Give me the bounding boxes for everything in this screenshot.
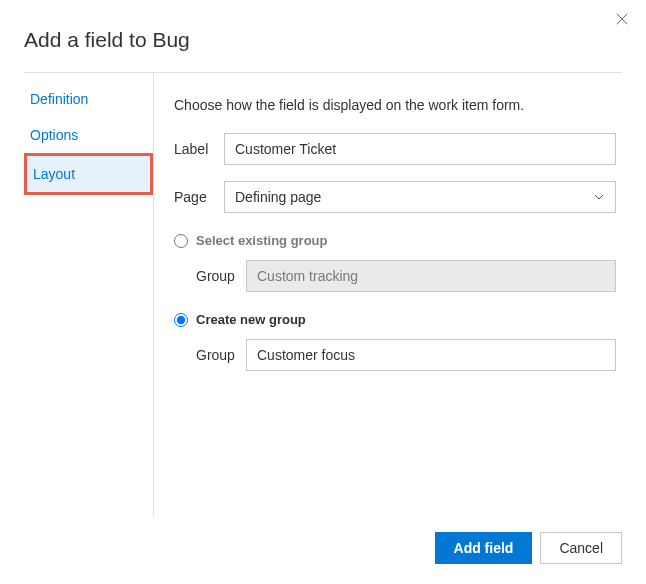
page-select[interactable]: Defining page	[224, 181, 616, 213]
tab-definition[interactable]: Definition	[24, 81, 153, 117]
dialog-title: Add a field to Bug	[24, 28, 622, 52]
add-field-dialog: Add a field to Bug Definition Options La…	[0, 0, 646, 584]
existing-group-row: Group	[196, 260, 616, 292]
panel-description: Choose how the field is displayed on the…	[174, 97, 616, 113]
chevron-down-icon	[593, 191, 605, 203]
new-group-row: Group	[196, 339, 616, 371]
label-input[interactable]	[224, 133, 616, 165]
label-row: Label	[174, 133, 616, 165]
create-new-radio-row[interactable]: Create new group	[174, 312, 616, 327]
select-existing-label: Select existing group	[196, 233, 327, 248]
create-new-label: Create new group	[196, 312, 306, 327]
label-caption: Label	[174, 141, 224, 157]
page-row: Page Defining page	[174, 181, 616, 213]
content-area: Definition Options Layout Choose how the…	[24, 72, 622, 516]
close-icon[interactable]	[614, 12, 630, 28]
tab-layout-highlight: Layout	[24, 153, 153, 195]
new-group-input[interactable]	[246, 339, 616, 371]
existing-group-section: Select existing group Group	[174, 233, 616, 292]
dialog-footer: Add field Cancel	[24, 516, 622, 564]
existing-group-caption: Group	[196, 268, 246, 284]
create-new-radio[interactable]	[174, 313, 188, 327]
layout-panel: Choose how the field is displayed on the…	[154, 73, 622, 516]
select-existing-radio[interactable]	[174, 234, 188, 248]
page-select-value: Defining page	[235, 189, 321, 205]
existing-group-input	[246, 260, 616, 292]
sidebar: Definition Options Layout	[24, 73, 154, 516]
tab-layout[interactable]: Layout	[27, 156, 150, 192]
new-group-caption: Group	[196, 347, 246, 363]
cancel-button[interactable]: Cancel	[540, 532, 622, 564]
select-existing-radio-row[interactable]: Select existing group	[174, 233, 616, 248]
tab-options[interactable]: Options	[24, 117, 153, 153]
page-caption: Page	[174, 189, 224, 205]
new-group-section: Create new group Group	[174, 312, 616, 371]
add-field-button[interactable]: Add field	[435, 532, 533, 564]
